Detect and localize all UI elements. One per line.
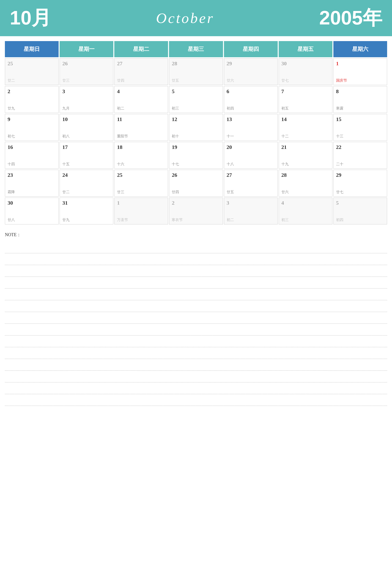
cal-cell: 12初十 [169, 114, 223, 141]
cal-cell: 3九月 [60, 86, 113, 113]
cal-cell: 15十三 [333, 114, 387, 141]
month-cn: 10月 [10, 5, 51, 31]
lunar-date: 廿八 [8, 218, 15, 222]
day-number: 5 [172, 88, 220, 95]
day-number: 14 [281, 116, 330, 122]
lunar-date: 重阳节 [117, 134, 128, 139]
day-number: 1 [117, 200, 165, 206]
lunar-date: 初二 [117, 106, 124, 111]
lunar-date: 初四 [227, 106, 234, 111]
day-headers: 星期日星期一星期二星期三星期四星期五星期六 [5, 41, 387, 57]
cal-cell: 14十二 [279, 114, 332, 141]
lunar-date: 廿三 [117, 190, 124, 194]
cal-cell: 28廿六 [279, 170, 332, 197]
lunar-date: 十七 [172, 162, 179, 166]
day-number: 27 [117, 60, 165, 67]
lunar-date: 廿三 [62, 78, 70, 83]
day-number: 10 [62, 116, 111, 122]
lunar-date: 寒衣节 [172, 218, 183, 222]
lunar-date: 初四 [336, 218, 343, 222]
note-lines [5, 241, 387, 406]
lunar-date: 十二 [281, 134, 289, 139]
lunar-date: 九月 [62, 106, 70, 111]
lunar-date: 廿九 [8, 106, 15, 111]
day-number: 25 [117, 172, 165, 178]
cal-cell: 2廿九 [5, 86, 59, 113]
day-number: 20 [227, 144, 275, 150]
cal-cell: 25廿三 [114, 170, 168, 197]
day-number: 3 [62, 88, 111, 95]
cal-cell: 10初八 [60, 114, 113, 141]
cal-cell: 5初三 [169, 86, 223, 113]
cal-cell: 27廿四 [114, 58, 168, 85]
day-number: 25 [8, 60, 56, 67]
note-line [5, 253, 387, 265]
lunar-date: 初八 [62, 134, 70, 139]
lunar-date: 廿六 [281, 190, 289, 194]
cal-cell: 11重阳节 [114, 114, 168, 141]
day-number: 7 [281, 88, 330, 95]
note-line [5, 382, 387, 394]
day-number: 1 [336, 60, 384, 67]
day-number: 11 [117, 116, 165, 122]
day-header-saturday: 星期六 [333, 41, 387, 57]
lunar-date: 初二 [227, 218, 234, 222]
lunar-date: 廿五 [227, 190, 234, 194]
day-number: 2 [172, 200, 220, 206]
cal-cell: 3初二 [224, 197, 278, 224]
day-number: 16 [8, 144, 56, 150]
lunar-date: 廿七 [336, 190, 343, 194]
lunar-date: 霜降 [8, 190, 15, 194]
cal-cell: 29廿七 [333, 170, 387, 197]
lunar-date: 廿四 [172, 190, 179, 194]
lunar-date: 廿九 [62, 218, 70, 222]
note-line [5, 300, 387, 312]
day-number: 24 [62, 172, 111, 178]
day-number: 5 [336, 200, 384, 206]
day-number: 26 [62, 60, 111, 67]
cal-cell: 5初四 [333, 197, 387, 224]
cal-cell: 26廿三 [60, 58, 113, 85]
header: 10月 October 2005年 [0, 0, 392, 36]
cal-cell: 16十四 [5, 142, 59, 169]
cal-cell: 21十九 [279, 142, 332, 169]
day-number: 28 [172, 60, 220, 67]
day-header-thursday: 星期四 [224, 41, 278, 57]
day-number: 28 [281, 172, 330, 178]
lunar-date: 万圣节 [117, 218, 128, 222]
cal-cell: 6初四 [224, 86, 278, 113]
day-number: 22 [336, 144, 384, 150]
month-en: October [156, 10, 214, 27]
lunar-date: 十一 [227, 134, 234, 139]
cal-cell: 7初五 [279, 86, 332, 113]
day-number: 13 [227, 116, 275, 122]
cal-cell: 30廿八 [5, 197, 59, 224]
cal-cell: 2寒衣节 [169, 197, 223, 224]
lunar-date: 十四 [8, 162, 15, 166]
lunar-date: 初三 [172, 106, 179, 111]
lunar-date: 初七 [8, 134, 15, 139]
cal-cell: 13十一 [224, 114, 278, 141]
note-line [5, 371, 387, 382]
cal-cell: 23霜降 [5, 170, 59, 197]
note-line [5, 335, 387, 347]
day-number: 21 [281, 144, 330, 150]
cal-cell: 1万圣节 [114, 197, 168, 224]
day-number: 29 [227, 60, 275, 67]
note-line [5, 312, 387, 324]
lunar-date: 国庆节 [336, 78, 347, 83]
cal-cell: 29廿六 [224, 58, 278, 85]
day-number: 2 [8, 88, 56, 95]
day-number: 17 [62, 144, 111, 150]
day-number: 4 [281, 200, 330, 206]
cal-cell: 30廿七 [279, 58, 332, 85]
lunar-date: 十三 [336, 134, 343, 139]
day-number: 9 [8, 116, 56, 122]
note-line [5, 394, 387, 406]
day-number: 30 [281, 60, 330, 67]
day-header-friday: 星期五 [279, 41, 332, 57]
day-number: 19 [172, 144, 220, 150]
lunar-date: 廿七 [281, 78, 289, 83]
day-number: 3 [227, 200, 275, 206]
day-number: 18 [117, 144, 165, 150]
